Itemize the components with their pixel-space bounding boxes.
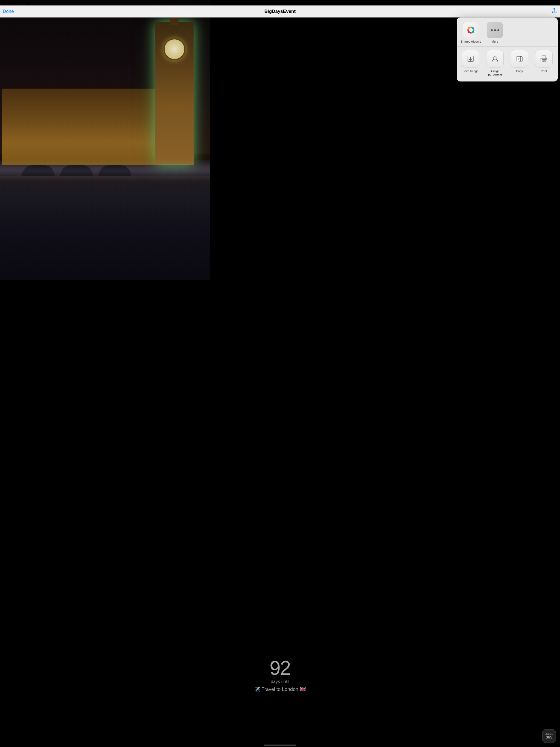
background-scene — [0, 0, 210, 280]
bigben-tower — [155, 22, 194, 164]
nav-bar: Done BigDaysEvent — [0, 5, 210, 18]
status-date: Fri Aug 9 — [19, 1, 33, 5]
mist — [0, 160, 210, 182]
status-bar: 12:00 AM Fri Aug 9 100% — [0, 0, 210, 5]
river — [0, 165, 210, 280]
bigben-clock — [163, 38, 185, 60]
done-button[interactable]: Done — [3, 9, 14, 14]
status-time: 12:00 AM — [3, 1, 17, 5]
